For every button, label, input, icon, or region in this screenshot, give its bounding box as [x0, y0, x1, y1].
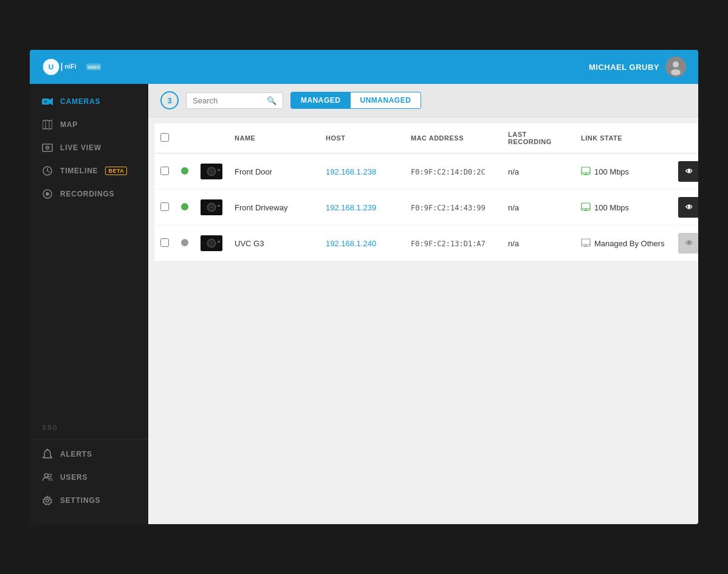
link-state-icon: [581, 202, 591, 213]
live-eye-icon: 👁: [685, 239, 693, 247]
tab-managed[interactable]: MANAGED: [291, 92, 351, 108]
row-host[interactable]: 192.168.1.238: [320, 153, 405, 190]
timeline-icon: [42, 165, 53, 176]
row-name: Front Door: [228, 153, 320, 190]
camera-thumb-icon: [201, 235, 222, 251]
sidebar-cameras-label: CAMERAS: [60, 97, 100, 106]
host-link[interactable]: 192.168.1.239: [326, 203, 376, 212]
cameras-tbody: Front Door 192.168.1.238 F0:9F:C2:14:D0:…: [154, 153, 698, 261]
sidebar-recordings-label: RECORDINGS: [60, 190, 114, 198]
row-link-state: Managed By Others: [575, 226, 672, 261]
svg-marker-12: [43, 120, 52, 130]
top-nav: U niFi VIDEO MICHAEL GRUBY: [30, 50, 698, 84]
sidebar-item-live-view[interactable]: LIVE VIEW: [30, 136, 148, 159]
link-state-container: Managed By Others: [581, 238, 666, 249]
row-checkbox-0[interactable]: [160, 167, 169, 175]
row-status-cell: [175, 190, 194, 226]
link-state-icon: [581, 238, 591, 249]
sidebar-nav: CAMERAS MAP: [30, 90, 148, 419]
host-link[interactable]: 192.168.1.238: [326, 167, 376, 176]
sidebar-live-view-label: LIVE VIEW: [60, 144, 101, 152]
link-state-icon: [581, 167, 591, 177]
row-host[interactable]: 192.168.1.239: [320, 190, 405, 226]
alerts-icon: [42, 449, 53, 460]
content-area: 3 🔍 MANAGED UNMANAGED: [148, 84, 698, 524]
cameras-icon: [42, 96, 53, 107]
camera-thumb-icon: [201, 164, 222, 179]
table-row: Front Driveway 192.168.1.239 F0:9F:C2:14…: [154, 190, 698, 226]
cameras-table: NAME HOST MAC ADDRESS LAST RECORDING LIN…: [154, 123, 698, 261]
svg-point-17: [47, 147, 48, 148]
svg-text:niFi: niFi: [65, 63, 77, 70]
map-icon: [42, 119, 53, 130]
sidebar-map-label: MAP: [60, 120, 78, 129]
row-action-cell: 👁 LIVE FEED: [672, 153, 698, 190]
table-row: UVC G3 192.168.1.240 F0:9F:C2:13:D1:A7 n…: [154, 226, 698, 261]
row-link-state: 100 Mbps: [575, 190, 672, 226]
sidebar-item-timeline[interactable]: TIMELINE BETA: [30, 159, 148, 182]
status-dot: [181, 239, 188, 246]
live-feed-label: LIVE FEED: [697, 236, 699, 251]
row-action-cell: 👁 LIVE FEED: [672, 226, 698, 261]
th-thumb: [194, 123, 228, 153]
tab-group: MANAGED UNMANAGED: [290, 92, 421, 109]
svg-rect-33: [218, 169, 220, 171]
live-eye-icon: 👁: [685, 167, 693, 176]
th-checkbox: [154, 123, 175, 153]
row-mac: F0:9F:C2:14:D0:2C: [405, 153, 502, 190]
link-state-text: 100 Mbps: [594, 167, 629, 176]
row-thumb-cell: [194, 153, 228, 190]
svg-point-41: [211, 207, 213, 209]
svg-rect-42: [218, 205, 220, 207]
select-all-checkbox[interactable]: [160, 133, 169, 142]
search-box[interactable]: 🔍: [186, 92, 283, 109]
avatar-icon: [667, 58, 685, 76]
mac-text: F0:9F:C2:14:43:99: [411, 204, 486, 212]
row-checkbox-1[interactable]: [160, 202, 169, 211]
sidebar-item-map[interactable]: MAP: [30, 113, 148, 136]
sidebar-divider: [30, 439, 148, 440]
camera-count-badge: 3: [160, 91, 179, 109]
host-link[interactable]: 192.168.1.240: [326, 239, 376, 248]
th-action: [672, 123, 698, 153]
table-header-row: NAME HOST MAC ADDRESS LAST RECORDING LIN…: [154, 123, 698, 153]
search-input[interactable]: [193, 96, 263, 105]
camera-thumbnail: [201, 235, 222, 251]
version-label: 3.9.0: [30, 419, 148, 436]
sidebar-item-recordings[interactable]: RECORDINGS: [30, 182, 148, 206]
camera-thumbnail: [201, 164, 222, 179]
avatar[interactable]: [665, 57, 686, 77]
logo-icon: U niFi VIDEO: [42, 56, 103, 78]
row-host[interactable]: 192.168.1.240: [320, 226, 405, 261]
row-mac: F0:9F:C2:14:43:99: [405, 190, 502, 226]
sidebar-settings-label: SETTINGS: [60, 496, 100, 505]
camera-thumbnail: [201, 199, 222, 215]
svg-point-7: [673, 61, 679, 67]
row-checkbox-2[interactable]: [160, 238, 169, 247]
svg-point-50: [211, 243, 213, 244]
row-name: UVC G3: [228, 226, 320, 261]
beta-badge: BETA: [105, 167, 127, 175]
sidebar-item-users[interactable]: USERS: [30, 466, 148, 489]
svg-point-32: [211, 171, 213, 173]
live-feed-button-1[interactable]: 👁 LIVE FEED: [678, 197, 698, 218]
mac-text: F0:9F:C2:14:D0:2C: [411, 168, 486, 176]
tab-unmanaged[interactable]: UNMANAGED: [351, 92, 421, 108]
toolbar: 3 🔍 MANAGED UNMANAGED: [148, 84, 698, 117]
status-dot: [181, 167, 188, 175]
sidebar-users-label: USERS: [60, 473, 88, 482]
search-icon: 🔍: [267, 96, 276, 105]
user-area: MICHAEL GRUBY: [589, 57, 686, 77]
sidebar-item-cameras[interactable]: CAMERAS: [30, 90, 148, 113]
sidebar-item-settings[interactable]: SETTINGS: [30, 489, 148, 512]
link-state-text: 100 Mbps: [594, 203, 629, 212]
row-status-cell: [175, 153, 194, 190]
row-name: Front Driveway: [228, 190, 320, 226]
svg-point-26: [44, 474, 48, 477]
th-status: [175, 123, 194, 153]
live-view-icon: [42, 142, 53, 153]
svg-point-27: [49, 474, 52, 477]
th-host: HOST: [320, 123, 405, 153]
live-feed-button-0[interactable]: 👁 LIVE FEED: [678, 161, 698, 182]
sidebar-item-alerts[interactable]: ALERTS: [30, 443, 148, 466]
